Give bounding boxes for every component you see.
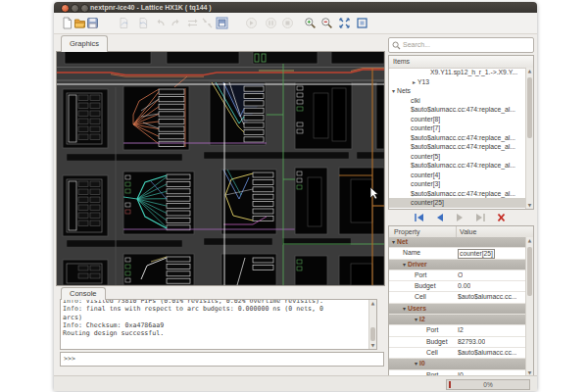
tree-item--auto-alumacc-cc-474-rep[interactable]: $auto$alumacc.cc:474:replace_al...	[389, 133, 526, 143]
tree-item--auto-alumacc-cc-474-rep[interactable]: $auto$alumacc.cc:474:replace_al...	[389, 189, 526, 199]
titlebar[interactable]: nextpnr-ice40 - Lattice HX1K ( tq144 )	[54, 2, 537, 13]
scroll-up-icon[interactable]: ▲	[526, 237, 533, 244]
expander-open-icon[interactable]: ▾	[415, 360, 417, 367]
property-group-net[interactable]: ▾Net	[389, 237, 526, 248]
property-row-port[interactable]: PortI2	[389, 325, 526, 336]
new-file-button[interactable]	[61, 17, 74, 29]
tree-item-label: counter[8]	[411, 116, 440, 122]
save-package-button[interactable]	[216, 17, 228, 29]
property-row-cell[interactable]: Cell$auto$alumacc.cc...	[389, 292, 526, 303]
zoom-outbound-button[interactable]	[356, 17, 368, 29]
expander-open-icon[interactable]: ▾	[392, 87, 395, 94]
property-row-name[interactable]: Namecounter[25]	[389, 248, 526, 259]
value-column-header: Value	[460, 226, 476, 237]
tree-item-label: $auto$alumacc.cc:474:replace_al...	[411, 143, 515, 150]
scroll-down-icon[interactable]: ▼	[369, 342, 376, 349]
tree-item-label: $auto$alumacc.cc:474:replace_al...	[411, 134, 515, 141]
property-row-port[interactable]: PortO	[389, 270, 526, 281]
close-window-button[interactable]	[61, 4, 70, 13]
property-row-budget[interactable]: Budget0.00	[389, 281, 526, 292]
tree-item-label: counter[5]	[411, 153, 440, 160]
tree-item-x9-y11-sp12-h-r-1-x9-y-[interactable]: X9.Y11.sp12_h_r_1.->.X9.Y...	[389, 68, 526, 77]
export-file-button[interactable]	[137, 17, 150, 29]
minimize-window-button[interactable]	[71, 4, 79, 13]
compress-arrows-button[interactable]	[201, 17, 214, 29]
property-group-i0[interactable]: ▾I0	[389, 359, 526, 369]
group-label: Driver	[408, 261, 427, 268]
property-scrollbar[interactable]: ▲ ▼	[525, 237, 533, 376]
expander-open-icon[interactable]: ▾	[392, 238, 395, 245]
zoom-out-button[interactable]	[320, 17, 333, 29]
go-last-button[interactable]	[474, 213, 487, 222]
group-label: I0	[419, 360, 425, 367]
redo-arrow-button[interactable]	[170, 17, 182, 29]
zoom-in-button[interactable]	[304, 17, 317, 29]
expander-open-icon[interactable]: ▾	[403, 305, 406, 312]
tree-item-counter-4-[interactable]: counter[4]	[389, 171, 526, 180]
property-value[interactable]: 0.00	[458, 281, 470, 291]
scroll-up-icon[interactable]: ▲	[369, 300, 376, 307]
open-json-button[interactable]	[74, 17, 86, 29]
search-box[interactable]	[388, 37, 534, 53]
property-value[interactable]: $auto$alumacc.cc...	[458, 348, 516, 358]
go-prev-button[interactable]	[433, 213, 446, 222]
scroll-down-icon[interactable]: ▼	[526, 202, 533, 209]
go-next-button[interactable]	[454, 213, 466, 222]
play-circle-button[interactable]	[245, 17, 258, 29]
tree-item-label: counter[25]	[411, 199, 444, 206]
search-input[interactable]	[403, 38, 528, 50]
stop-circle-button[interactable]	[281, 17, 294, 29]
property-group-driver[interactable]: ▾Driver	[389, 260, 526, 270]
console-input[interactable]: >>>	[60, 352, 384, 367]
exchange-arrows-button[interactable]	[186, 17, 199, 29]
pause-circle-button[interactable]	[265, 17, 277, 29]
property-label: Cell	[426, 348, 438, 358]
property-group-users[interactable]: ▾Users	[389, 304, 526, 315]
selection-nav-bar	[388, 211, 532, 223]
property-label: Port	[415, 270, 426, 280]
clear-highlight-button[interactable]	[495, 213, 508, 222]
scroll-thumb[interactable]	[370, 327, 376, 341]
tree-item-y13[interactable]: ▸Y13	[389, 77, 526, 87]
property-row-cell[interactable]: Cell$auto$alumacc.cc...	[389, 348, 526, 359]
tree-item-label: counter[3]	[411, 180, 440, 187]
tree-item-counter-5-[interactable]: counter[5]	[389, 152, 526, 162]
maximize-window-button[interactable]	[80, 4, 89, 13]
save-json-button[interactable]	[86, 17, 99, 29]
tree-item-nets[interactable]: ▾Nets	[389, 86, 526, 96]
console-output[interactable]: Info: Visited 73810 PIPs (0.01% revisits…	[60, 299, 377, 350]
go-first-button[interactable]	[413, 213, 425, 222]
tab-console[interactable]: Console	[61, 287, 106, 300]
scroll-thumb[interactable]	[527, 247, 533, 296]
property-group-i2[interactable]: ▾I2	[389, 315, 526, 325]
tree-item-counter-7-[interactable]: counter[7]	[389, 123, 526, 133]
tree-item-label: counter[4]	[411, 172, 440, 178]
property-value[interactable]: I2	[458, 325, 464, 335]
tree-item-clki[interactable]: clki	[389, 96, 526, 106]
fpga-canvas[interactable]	[56, 51, 385, 286]
tab-graphics[interactable]: Graphics	[61, 35, 108, 52]
scroll-up-icon[interactable]: ▲	[526, 68, 533, 74]
scroll-thumb[interactable]	[527, 77, 533, 138]
items-scrollbar[interactable]: ▲ ▼	[525, 68, 533, 209]
undo-arrow-button[interactable]	[154, 17, 167, 29]
import-file-button[interactable]	[118, 17, 130, 29]
column-divider[interactable]	[456, 226, 457, 237]
tree-item-counter-25-[interactable]: counter[25]	[389, 198, 526, 208]
expander-open-icon[interactable]: ▾	[403, 261, 406, 268]
tree-item--auto-alumacc-cc-474-rep[interactable]: $auto$alumacc.cc:474:replace_al...	[389, 105, 526, 115]
property-value[interactable]: counter[25]	[458, 249, 495, 259]
property-value[interactable]: 82793.00	[458, 337, 485, 347]
tree-item--auto-alumacc-cc-474-rep[interactable]: $auto$alumacc.cc:474:replace_al...	[389, 161, 526, 171]
console-scrollbar[interactable]: ▲ ▼	[368, 300, 376, 349]
expander-open-icon[interactable]: ▾	[415, 316, 417, 322]
expander-closed-icon[interactable]: ▸	[413, 78, 416, 85]
zoom-selection-button[interactable]	[338, 17, 351, 29]
tree-item-counter-8-[interactable]: counter[8]	[389, 115, 526, 124]
property-value[interactable]: $auto$alumacc.cc...	[458, 292, 516, 302]
tree-item--auto-alumacc-cc-474-rep[interactable]: $auto$alumacc.cc:474:replace_al...	[389, 142, 526, 152]
property-row-budget[interactable]: Budget82793.00	[389, 337, 526, 348]
tree-item-label: $auto$alumacc.cc:474:replace_al...	[411, 162, 515, 169]
property-value[interactable]: O	[458, 270, 463, 280]
tree-item-counter-3-[interactable]: counter[3]	[389, 179, 526, 189]
